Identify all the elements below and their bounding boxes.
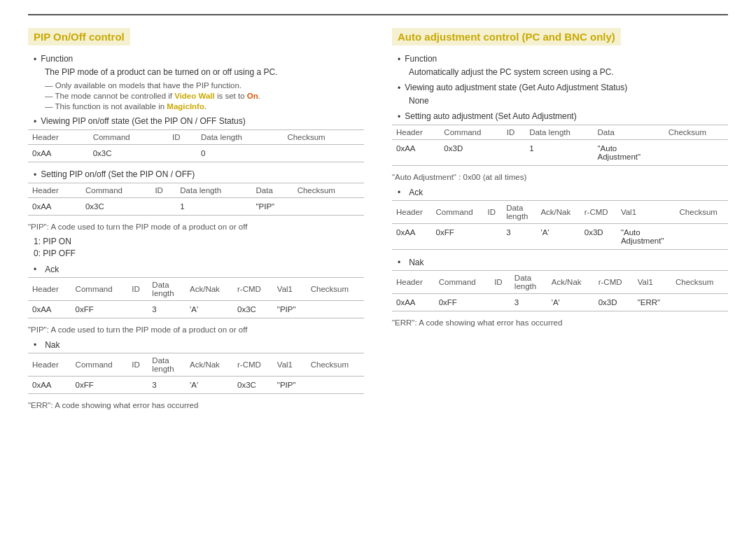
r-th-datalength: Data length: [525, 125, 593, 140]
th-dl-ack: Datalength: [148, 278, 186, 301]
r-td-i-nak: [490, 294, 510, 311]
r-td-dl-nak: 3: [510, 294, 547, 311]
td-cs-nak: [307, 377, 364, 394]
r-td-cs-nak: [671, 294, 728, 311]
r-td-dl-ack: 3: [502, 224, 536, 250]
setting-label: Setting PIP on/off (Set the PIP ON / OFF…: [41, 169, 195, 179]
note-2-prefix: — The mode cannot be controlled if: [45, 92, 174, 100]
bullet-dot: •: [34, 55, 36, 64]
r-th-i-ack: ID: [483, 201, 502, 224]
r-th-c-ack: Command: [432, 201, 484, 224]
bullet-ack: •: [34, 265, 36, 274]
cell-checksum: [283, 145, 364, 162]
r-viewing-value: None: [409, 96, 728, 106]
r-td-cs-ack: [676, 224, 728, 250]
td-c-nak: 0xFF: [71, 377, 128, 394]
cell-header: 0xAA: [28, 145, 89, 162]
video-wall-text: Video Wall: [174, 92, 215, 100]
note-2: — The mode cannot be controlled if Video…: [45, 92, 364, 100]
td-dl-ack: 3: [148, 301, 186, 318]
note-2-suffix: .: [258, 92, 260, 100]
r-th-command: Command: [440, 125, 502, 140]
table-row: 0xAA 0xFF 3 'A' 0x3D "AutoAdjustment": [392, 224, 728, 250]
r-th-cs-ack: Checksum: [676, 201, 728, 224]
pip-on: 1: PIP ON: [34, 237, 364, 246]
r-td-h-ack: 0xAA: [392, 224, 432, 250]
th-command: Command: [89, 130, 168, 145]
r-set-table: Header Command ID Data length Data Check…: [392, 125, 728, 166]
function-bullet: • Function: [34, 54, 364, 64]
right-section-title: Auto adjustment control (PC and BNC only…: [392, 28, 621, 45]
r-nak-table: Header Command ID Datalength Ack/Nak r-C…: [392, 270, 728, 311]
th-rcmd-nak: r-CMD: [233, 353, 273, 377]
note-3-suffix: .: [204, 102, 206, 111]
r-ack-table: Header Command ID Datalength Ack/Nak r-C…: [392, 200, 728, 250]
th-rcmd-ack: r-CMD: [233, 278, 273, 301]
ack-note-left: "PIP": A code used to turn the PIP mode …: [28, 325, 364, 334]
r-td-id: [503, 140, 525, 166]
r-td-i-ack: [483, 224, 502, 250]
nak-table-left: Header Command ID Datalength Ack/Nak r-C…: [28, 353, 364, 394]
td-an-ack: 'A': [186, 301, 233, 318]
left-column: PIP On/Off control • Function The PIP mo…: [28, 28, 364, 415]
err-note-left: "ERR": A code showing what error has occ…: [28, 401, 364, 409]
note-3: — This function is not available in Magi…: [45, 102, 364, 111]
r-td-an-ack: 'A': [536, 224, 580, 250]
setting-bullet: • Setting PIP on/off (Set the PIP ON / O…: [34, 169, 364, 180]
r-th-dl-nak: Datalength: [510, 271, 547, 294]
r-th-h-ack: Header: [392, 201, 432, 224]
r-function-label: Function: [405, 54, 437, 64]
th-c-nak: Command: [71, 353, 128, 377]
td-cs-ack: [307, 301, 364, 318]
viewing-label: Viewing PIP on/off state (Get the PIP ON…: [41, 116, 246, 126]
td-c-ack: 0xFF: [71, 301, 128, 318]
r-th-cs-nak: Checksum: [671, 271, 728, 294]
r-th-an-nak: Ack/Nak: [547, 271, 594, 294]
main-content: PIP On/Off control • Function The PIP mo…: [28, 28, 728, 415]
r-th-id: ID: [503, 125, 525, 140]
cell-datalength: 0: [197, 145, 283, 162]
r-th-c-nak: Command: [435, 271, 490, 294]
th-v1-nak: Val1: [273, 353, 307, 377]
th-id2: ID: [150, 183, 176, 198]
td-h-ack: 0xAA: [28, 301, 71, 318]
r-td-c-nak: 0xFF: [435, 294, 490, 311]
r-ack-label: • Ack: [398, 187, 728, 197]
td-i-ack: [127, 301, 148, 318]
r-th-v1-nak: Val1: [634, 271, 671, 294]
th-data2: Data: [252, 183, 293, 198]
th-datalength: Data length: [197, 130, 283, 145]
r-nak-label: • Nak: [398, 257, 728, 267]
r-th-rcmd-nak: r-CMD: [594, 271, 634, 294]
function-desc: The PIP mode of a product can be turned …: [45, 67, 364, 77]
cell-command: 0x3C: [89, 145, 168, 162]
cell-data2: "PIP": [252, 198, 293, 216]
r-th-v1-ack: Val1: [617, 201, 676, 224]
th-dl-nak: Datalength: [148, 353, 186, 377]
bullet-dot3: •: [34, 170, 36, 180]
viewing-bullet: • Viewing PIP on/off state (Get the PIP …: [34, 116, 364, 127]
left-section-title: PIP On/Off control: [28, 28, 130, 45]
th-command2: Command: [81, 183, 150, 198]
r-td-data: "AutoAdjustment": [594, 140, 664, 166]
r-th-an-ack: Ack/Nak: [536, 201, 580, 224]
r-td-c-ack: 0xFF: [432, 224, 484, 250]
r-th-header: Header: [392, 125, 440, 140]
cell-checksum2: [293, 198, 364, 216]
pip-note: "PIP": A code used to turn the PIP mode …: [28, 223, 364, 231]
table-row: 0xAA 0x3C 0: [28, 145, 364, 162]
r-td-command: 0x3D: [440, 140, 502, 166]
td-rcmd-ack: 0x3C: [233, 301, 273, 318]
r-bullet-ack: •: [398, 188, 400, 197]
table-row: 0xAA 0x3C 1 "PIP": [28, 198, 364, 216]
cell-header2: 0xAA: [28, 198, 81, 216]
on-text: On: [247, 92, 258, 100]
nak-text: Nak: [45, 340, 59, 350]
th-checksum: Checksum: [283, 130, 364, 145]
r-td-checksum: [664, 140, 728, 166]
td-v1-nak: "PIP": [273, 377, 307, 394]
r-td-an-nak: 'A': [547, 294, 594, 311]
bullet-nak: •: [34, 340, 36, 350]
ack-table-left: Header Command ID Datalength Ack/Nak r-C…: [28, 277, 364, 318]
r-setting-bullet: • Setting auto adjustment (Set Auto Adju…: [398, 111, 728, 122]
